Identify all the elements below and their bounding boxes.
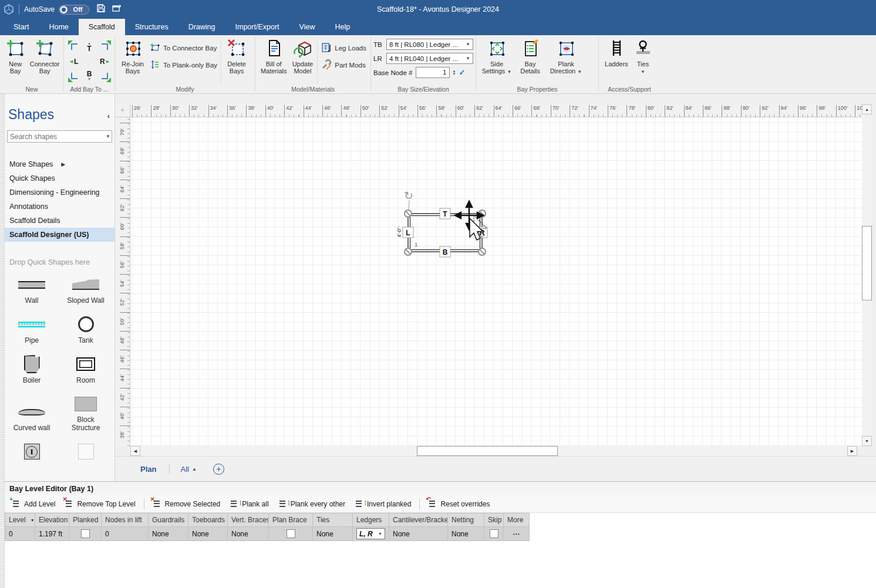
bay-left-label[interactable]: L bbox=[406, 229, 410, 237]
column-header-cantilever-bracket[interactable]: Cantilever/Bracket bbox=[389, 513, 448, 527]
cell-ledgers[interactable]: L, R▼ bbox=[353, 527, 389, 541]
cell-toeboards[interactable]: None bbox=[188, 527, 228, 541]
base-node-apply-icon[interactable]: ✓ bbox=[459, 68, 465, 77]
cell-cantilever-bracket[interactable]: None bbox=[389, 527, 448, 541]
add-bay-left-button[interactable]: ◀L bbox=[70, 59, 79, 65]
tab-plan[interactable]: Plan bbox=[132, 465, 164, 474]
table-row[interactable]: 01.197 ft0NoneNoneNoneNoneL, R▼NoneNone⋯ bbox=[5, 527, 876, 541]
add-bay-bottom-button[interactable]: B▼ bbox=[87, 71, 92, 81]
connector-bay-button[interactable]: Connector Bay bbox=[28, 38, 61, 76]
drawing-canvas[interactable]: ↻ 8'-0" 4'-0" 1 T L B R bbox=[130, 117, 862, 446]
ties-button[interactable]: Ties▼ bbox=[632, 38, 654, 76]
scroll-down-button[interactable]: ▼ bbox=[862, 436, 872, 446]
checkbox[interactable] bbox=[490, 529, 498, 538]
shape-curved-wall[interactable]: Curved wall bbox=[6, 394, 57, 432]
bay-bottom-label[interactable]: B bbox=[443, 248, 448, 256]
column-header-nodes-in-lift[interactable]: Nodes in lift bbox=[102, 513, 149, 527]
tab-drawing[interactable]: Drawing bbox=[178, 19, 225, 35]
scroll-right-button[interactable]: ▶ bbox=[847, 446, 857, 456]
shape-pipe[interactable]: Pipe bbox=[6, 315, 57, 345]
ladders-button[interactable]: Ladders bbox=[601, 38, 632, 68]
add-bay-bottomright-button[interactable] bbox=[102, 73, 108, 79]
column-header-ties[interactable]: Ties bbox=[313, 513, 353, 527]
shape-wall[interactable]: Wall bbox=[6, 275, 57, 305]
column-header-elevation[interactable]: Elevation bbox=[35, 513, 69, 527]
scroll-up-button[interactable]: ▲ bbox=[862, 104, 872, 114]
checkbox[interactable] bbox=[81, 529, 90, 538]
bay-details-button[interactable]: Bay Details bbox=[515, 38, 545, 76]
lr-size-combo[interactable]: 4 ft | RL040 | Ledger ...▼ bbox=[386, 53, 473, 64]
new-bay-button[interactable]: New Bay bbox=[2, 38, 28, 76]
tab-all[interactable]: All▲ bbox=[174, 465, 202, 474]
side-settings-button[interactable]: Side Settings ▼ bbox=[479, 38, 515, 76]
tab-structures[interactable]: Structures bbox=[125, 19, 178, 35]
save-as-icon[interactable] bbox=[112, 4, 122, 15]
add-bay-topright-button[interactable] bbox=[102, 43, 108, 50]
add-bay-top-button[interactable]: ▲T bbox=[87, 42, 91, 52]
shape-boiler[interactable]: Boiler bbox=[6, 354, 57, 385]
tab-view[interactable]: View bbox=[289, 19, 325, 35]
to-connector-bay-button[interactable]: To Connector Bay bbox=[148, 42, 219, 54]
add-bay-right-button[interactable]: R▶ bbox=[100, 59, 109, 65]
cell-level[interactable]: 0 bbox=[5, 527, 35, 541]
sidebar-item-quick-shapes[interactable]: Quick Shapes bbox=[5, 171, 115, 185]
checkbox[interactable] bbox=[287, 529, 295, 538]
reset-overrides-button[interactable]: ↶Reset overrides bbox=[423, 497, 494, 511]
column-header-plan-brace[interactable]: Plan Brace bbox=[269, 513, 313, 527]
search-shapes-box[interactable]: ▼ bbox=[7, 130, 112, 143]
base-node-input[interactable]: 1 bbox=[416, 67, 450, 78]
search-dropdown-caret-icon[interactable]: ▼ bbox=[103, 134, 113, 139]
bill-of-materials-button[interactable]: Bill of Materials bbox=[258, 38, 289, 76]
cell-plan-brace[interactable] bbox=[269, 527, 313, 541]
shape-blank[interactable] bbox=[60, 442, 111, 464]
tab-start[interactable]: Start bbox=[4, 19, 39, 35]
search-shapes-input[interactable] bbox=[8, 133, 103, 141]
column-header-level[interactable]: Level▼ bbox=[5, 513, 35, 527]
invert-planked-button[interactable]: ⁞Invert planked bbox=[350, 497, 416, 511]
cell-netting[interactable]: None bbox=[448, 527, 484, 541]
cell-ties[interactable]: None bbox=[313, 527, 353, 541]
sidebar-item-scaffold-details[interactable]: Scaffold Details bbox=[5, 214, 115, 228]
column-header-toeboards[interactable]: Toeboards bbox=[188, 513, 228, 527]
update-model-button[interactable]: Update Model bbox=[289, 38, 315, 76]
add-bay-bottomleft-button[interactable] bbox=[71, 73, 78, 79]
tb-size-combo[interactable]: 8 ft | RL080 | Ledger ...▼ bbox=[386, 39, 473, 50]
tab-help[interactable]: Help bbox=[325, 19, 360, 35]
cell-planked[interactable] bbox=[69, 527, 102, 541]
cell-guardrails[interactable]: None bbox=[149, 527, 188, 541]
base-node-stepper[interactable]: ▲▼ bbox=[453, 70, 456, 76]
sidebar-item-dimensioning-engineering[interactable]: Dimensioning - Engineering bbox=[5, 185, 115, 200]
sidebar-item-annotations[interactable]: Annotations bbox=[5, 200, 115, 214]
plank-all-button[interactable]: ⁞Plank all bbox=[225, 497, 273, 511]
tab-scaffold[interactable]: Scaffold bbox=[79, 19, 125, 35]
remove-top-level-button[interactable]: ✕Remove Top Level bbox=[60, 497, 140, 511]
tab-import-export[interactable]: Import/Export bbox=[225, 19, 289, 35]
ledgers-dropdown[interactable]: L, R▼ bbox=[356, 528, 385, 539]
leg-loads-button[interactable]: Leg Loads bbox=[319, 42, 368, 54]
cell-nodes-in-lift[interactable]: 0 bbox=[102, 527, 149, 541]
delete-bays-button[interactable]: Delete Bays bbox=[223, 38, 250, 76]
shape-block-structure[interactable]: Block Structure bbox=[60, 394, 111, 432]
add-bay-topleft-button[interactable] bbox=[71, 43, 78, 50]
column-header-guardrails[interactable]: Guardrails bbox=[149, 513, 188, 527]
rotation-handle-icon[interactable]: ↻ bbox=[404, 190, 413, 202]
to-plank-only-bay-button[interactable]: To Plank-only Bay bbox=[148, 59, 219, 71]
save-icon[interactable] bbox=[96, 4, 106, 15]
more-options[interactable]: ⋯ bbox=[513, 530, 520, 538]
add-page-button[interactable]: + bbox=[213, 464, 224, 475]
column-header-planked[interactable]: Planked bbox=[69, 513, 102, 527]
shape-room[interactable]: Room bbox=[60, 354, 111, 385]
sidebar-item-scaffold-designer-us[interactable]: Scaffold Designer (US) bbox=[5, 228, 115, 242]
sidebar-item-more-shapes[interactable]: More Shapes▶ bbox=[5, 157, 115, 171]
cell-more[interactable]: ⋯ bbox=[504, 527, 530, 541]
collapse-panel-icon[interactable]: ‹ bbox=[107, 111, 110, 120]
column-header-more[interactable]: More bbox=[504, 513, 530, 527]
part-mods-button[interactable]: Part Mods bbox=[319, 59, 368, 71]
panel-resize-gutter[interactable] bbox=[0, 94, 5, 588]
horizontal-scrollbar-thumb[interactable] bbox=[417, 446, 558, 456]
plank-direction-button[interactable]: Plank Direction ▼ bbox=[545, 38, 587, 76]
add-level-button[interactable]: +Add Level bbox=[7, 497, 60, 511]
shape-sloped-wall[interactable]: Sloped Wall bbox=[60, 275, 111, 305]
column-header-vert-braces[interactable]: Vert. Braces bbox=[228, 513, 269, 527]
plank-every-other-button[interactable]: ⁞Plank every other bbox=[274, 497, 350, 511]
